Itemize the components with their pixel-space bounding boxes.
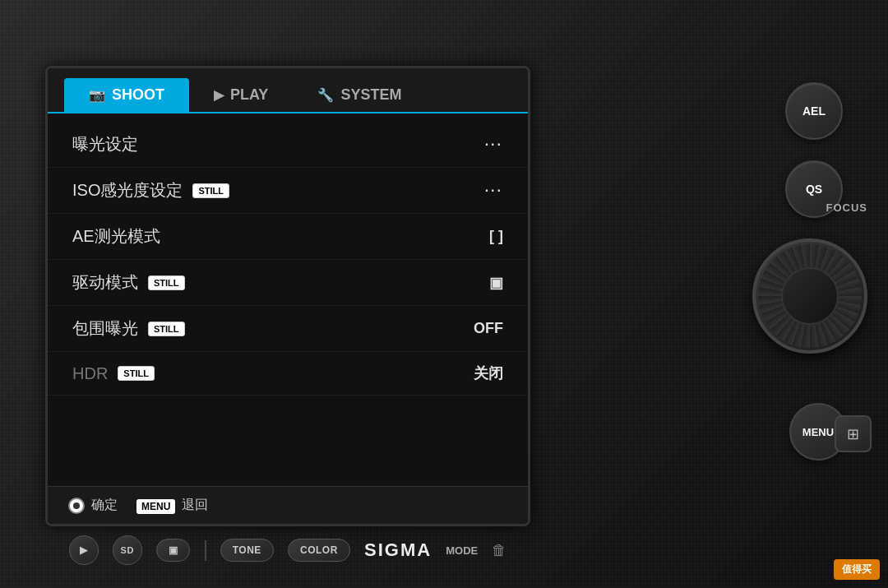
- jog-inner: [781, 267, 839, 325]
- bracket-label-group: 包围曝光 STILL: [72, 317, 185, 340]
- focus-label: FOCUS: [826, 201, 868, 214]
- menu-item-iso[interactable]: ISO感光度设定 STILL ···: [48, 168, 528, 214]
- menu-item-bracket[interactable]: 包围曝光 STILL OFF: [48, 306, 528, 352]
- qs-label: QS: [806, 183, 822, 196]
- ae-label-group: AE测光模式: [72, 225, 160, 248]
- play-icon: ▶: [214, 87, 224, 103]
- watermark: 值得买: [834, 559, 880, 580]
- tab-system-label: SYSTEM: [340, 86, 401, 104]
- screen-container: 📷 SHOOT ▶ PLAY 🔧 SYSTEM 曝光设定: [45, 66, 530, 526]
- mode-label: MODE: [446, 544, 478, 557]
- trash-icon[interactable]: 🗑: [492, 542, 506, 559]
- sigma-logo: SIGMA: [364, 539, 432, 561]
- bracket-text: 包围曝光: [72, 317, 138, 340]
- menu-btn-label: MENU: [802, 426, 834, 438]
- grid-button[interactable]: ⊞: [835, 415, 872, 452]
- tab-play[interactable]: ▶ PLAY: [189, 78, 293, 112]
- tone-btn[interactable]: TONE: [220, 539, 274, 562]
- confirm-button-icon: [68, 498, 85, 514]
- menu-item-exposure[interactable]: 曝光设定 ···: [48, 122, 528, 168]
- drive-value: ▣: [489, 274, 503, 292]
- iso-label-group: ISO感光度设定 STILL: [72, 179, 229, 201]
- tab-shoot[interactable]: 📷 SHOOT: [64, 78, 189, 112]
- menu-item-ae[interactable]: AE测光模式 [ ]: [48, 214, 528, 260]
- drive-badge: STILL: [148, 275, 185, 290]
- separator: [205, 540, 206, 561]
- tab-system[interactable]: 🔧 SYSTEM: [293, 78, 426, 112]
- menu-footer: 确定 MENU 退回: [48, 486, 528, 524]
- back-label: 退回: [182, 497, 208, 514]
- bracket-value: OFF: [474, 320, 503, 337]
- drive-label-group: 驱动模式 STILL: [72, 271, 185, 294]
- exposure-text: 曝光设定: [72, 133, 138, 155]
- hdr-badge: STILL: [118, 366, 155, 381]
- ael-button[interactable]: AEL: [785, 82, 843, 140]
- hdr-label-group: HDR STILL: [72, 364, 155, 383]
- ael-label: AEL: [802, 104, 826, 118]
- iso-text: ISO感光度设定: [72, 179, 183, 201]
- menu-item-drive[interactable]: 驱动模式 STILL ▣: [48, 260, 528, 306]
- bracket-badge: STILL: [148, 322, 185, 336]
- system-icon: 🔧: [317, 87, 334, 103]
- hdr-value: 关闭: [474, 363, 503, 383]
- iso-badge: STILL: [192, 183, 229, 198]
- drive-text: 驱动模式: [72, 271, 138, 294]
- ae-value: [ ]: [489, 228, 503, 245]
- shoot-icon: 📷: [89, 87, 105, 103]
- watermark-text: 值得买: [842, 563, 872, 575]
- bottom-controls: ▶ SD ▣ TONE COLOR SIGMA MODE 🗑: [45, 535, 530, 565]
- tab-shoot-label: SHOOT: [112, 86, 164, 104]
- grid-icon: ⊞: [847, 425, 859, 443]
- jog-wheel[interactable]: [752, 238, 867, 354]
- frame-btn[interactable]: ▣: [156, 539, 191, 562]
- menu-badge: MENU: [136, 499, 175, 514]
- hdr-text: HDR: [72, 364, 108, 383]
- exposure-value: ···: [485, 137, 503, 152]
- menu-content: 曝光设定 ··· ISO感光度设定 STILL ··· AE测光模式 [ ]: [48, 113, 528, 486]
- menu-tabs: 📷 SHOOT ▶ PLAY 🔧 SYSTEM: [48, 68, 528, 113]
- camera-body: 📷 SHOOT ▶ PLAY 🔧 SYSTEM 曝光设定: [0, 0, 888, 588]
- menu-item-hdr[interactable]: HDR STILL 关闭: [48, 352, 528, 396]
- confirm-label: 确定: [91, 497, 118, 514]
- exposure-label-group: 曝光设定: [72, 133, 138, 155]
- color-btn[interactable]: COLOR: [288, 539, 350, 562]
- tab-play-label: PLAY: [230, 86, 268, 104]
- sd-btn[interactable]: SD: [113, 535, 142, 565]
- screen: 📷 SHOOT ▶ PLAY 🔧 SYSTEM 曝光设定: [48, 68, 528, 524]
- ae-text: AE测光模式: [72, 225, 160, 248]
- iso-value: ···: [485, 183, 503, 198]
- play-bottom-btn[interactable]: ▶: [69, 535, 99, 565]
